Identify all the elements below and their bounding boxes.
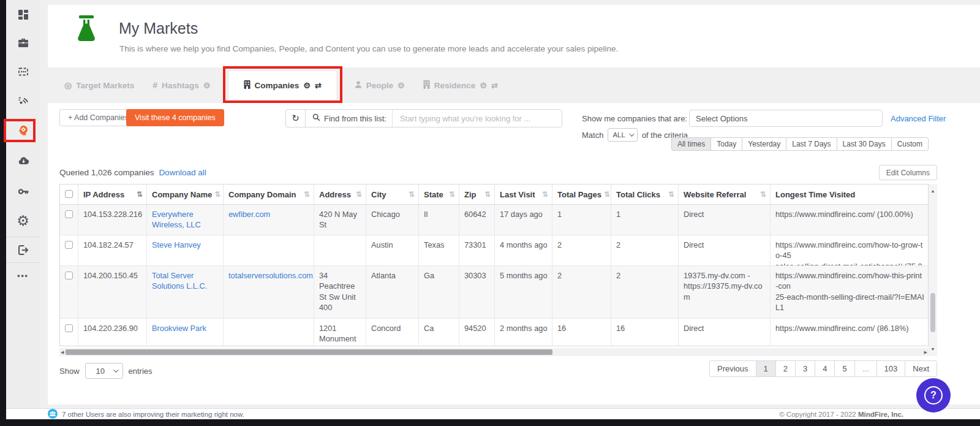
- time-filter-last-30-days[interactable]: Last 30 Days: [837, 137, 892, 151]
- time-filter-today[interactable]: Today: [710, 137, 742, 151]
- column-header-domain[interactable]: Company Domain⇅: [224, 184, 314, 204]
- pagination-page-5[interactable]: 5: [834, 360, 854, 377]
- sort-icon[interactable]: ⇅: [449, 190, 455, 199]
- row-checkbox[interactable]: [65, 241, 73, 249]
- sort-icon[interactable]: ⇅: [356, 190, 362, 199]
- gear-icon[interactable]: ⚙: [203, 82, 211, 89]
- cell-longest-value: https://www.mindfireinc.com/ (100.00%): [775, 210, 913, 219]
- sort-icon[interactable]: ⇅: [668, 190, 674, 199]
- cell-company_name-value[interactable]: Brookview Park: [152, 324, 206, 333]
- cell-total_clicks-value: 2: [616, 271, 620, 280]
- column-header-referral[interactable]: Website Referral⇅: [679, 184, 771, 204]
- cell-company_name-value[interactable]: Everywhere Wireless, LLC: [152, 210, 201, 229]
- cell-city: Chicago: [366, 205, 419, 235]
- download-all-link[interactable]: Download all: [159, 168, 206, 177]
- row-checkbox[interactable]: [65, 272, 73, 280]
- gear-icon[interactable]: ⚙: [398, 82, 405, 89]
- match-select[interactable]: ALL: [608, 128, 637, 142]
- refresh-button[interactable]: ↻: [286, 110, 306, 127]
- gear-icon[interactable]: ⚙: [480, 82, 487, 89]
- criteria-select[interactable]: Select Options: [689, 110, 883, 127]
- column-header-total_clicks[interactable]: Total Clicks⇅: [611, 184, 679, 204]
- cell-domain-value[interactable]: ewfiber.com: [228, 210, 270, 219]
- cell-ip: 104.200.150.45: [78, 266, 147, 318]
- vertical-scroll-thumb[interactable]: [930, 293, 935, 332]
- cell-ip: 104.182.24.57: [78, 235, 147, 265]
- column-header-checkbox: [60, 184, 78, 204]
- briefcase-icon[interactable]: [6, 36, 40, 50]
- cloud-download-icon[interactable]: [6, 153, 40, 168]
- table-body: 104.153.228.216Everywhere Wireless, LLCe…: [60, 205, 928, 346]
- scroll-down-icon[interactable]: ▼: [929, 347, 937, 351]
- sort-icon[interactable]: ⇅: [604, 190, 610, 199]
- column-header-zip[interactable]: Zip⇅: [459, 184, 495, 204]
- sign-out-icon[interactable]: [6, 243, 40, 257]
- entries-per-page-select[interactable]: 10: [85, 363, 123, 379]
- row-checkbox[interactable]: [65, 324, 73, 332]
- dashboard-icon[interactable]: [6, 7, 40, 22]
- pagination-page-1[interactable]: 1: [756, 360, 776, 377]
- sort-icon[interactable]: ⇅: [137, 190, 143, 199]
- repeat-icon[interactable]: ⇄: [315, 82, 322, 89]
- sort-icon[interactable]: ⇅: [760, 190, 766, 199]
- question-mark-icon: ?: [924, 386, 943, 405]
- pagination-next[interactable]: Next: [905, 360, 937, 377]
- cell-zip: 60642: [459, 205, 495, 235]
- tab-residence[interactable]: Residence ⚙ ⇄: [423, 67, 498, 103]
- repeat-icon[interactable]: ⇄: [491, 82, 498, 89]
- tab-target-markets[interactable]: ◎ Target Markets: [64, 67, 134, 103]
- more-icon[interactable]: •••: [6, 268, 40, 283]
- cell-state-value: Il: [424, 210, 428, 219]
- gear-icon[interactable]: ⚙: [303, 82, 311, 89]
- pagination-page-4[interactable]: 4: [815, 360, 835, 377]
- cell-company_name-value[interactable]: Total Server Solutions L.L.C.: [152, 271, 207, 291]
- pagination-page-2[interactable]: 2: [775, 360, 796, 377]
- visit-companies-button[interactable]: Visit these 4 companies: [126, 109, 224, 126]
- cell-domain-value[interactable]: totalserversolutions.com: [228, 271, 313, 280]
- time-filter-yesterday[interactable]: Yesterday: [742, 137, 786, 151]
- column-header-ip[interactable]: IP Address⇅: [78, 184, 147, 204]
- image-icon[interactable]: [6, 64, 40, 79]
- column-header-city[interactable]: City⇅: [366, 184, 419, 204]
- scroll-left-icon[interactable]: ◀: [61, 350, 64, 355]
- pagination-ellipsis[interactable]: ...: [854, 360, 877, 377]
- pagination-page-103[interactable]: 103: [876, 360, 906, 377]
- column-header-address[interactable]: Address⇅: [314, 184, 366, 204]
- sort-icon[interactable]: ⇅: [542, 190, 548, 199]
- tab-hashtags[interactable]: # Hashtags ⚙: [153, 67, 210, 103]
- pagination-page-3[interactable]: 3: [795, 360, 815, 377]
- list-search-input[interactable]: [392, 110, 562, 127]
- cell-company_name-value[interactable]: Steve Hanvey: [152, 240, 201, 249]
- column-header-state[interactable]: State⇅: [419, 184, 459, 204]
- column-header-last_visit[interactable]: Last Visit⇅: [495, 184, 552, 204]
- key-icon[interactable]: [6, 184, 40, 199]
- settings-gear-icon[interactable]: ⚙: [6, 213, 40, 228]
- sort-icon[interactable]: ⇅: [214, 190, 221, 199]
- cell-total_clicks: 1: [611, 205, 679, 235]
- sort-icon[interactable]: ⇅: [304, 190, 310, 199]
- horizontal-scrollbar[interactable]: ◀ ▶: [59, 348, 929, 356]
- cell-referral: Direct: [679, 235, 771, 265]
- time-filter-last-7-days[interactable]: Last 7 Days: [786, 137, 837, 151]
- column-header-total_pages[interactable]: Total Pages⇅: [552, 184, 611, 204]
- pagination-previous[interactable]: Previous: [709, 360, 756, 377]
- time-filter-all-times[interactable]: All times: [671, 137, 711, 151]
- vertical-scrollbar[interactable]: ▲ ▼: [929, 184, 937, 356]
- cell-ip: 104.220.236.90: [78, 319, 147, 346]
- edit-columns-button[interactable]: Edit Columns: [879, 165, 937, 180]
- broadcast-icon[interactable]: [6, 93, 40, 108]
- tab-companies[interactable]: Companies ⚙ ⇄: [229, 71, 336, 99]
- tab-people[interactable]: People ⚙: [355, 67, 405, 103]
- horizontal-scroll-thumb[interactable]: [66, 349, 552, 355]
- time-filter-custom[interactable]: Custom: [891, 137, 929, 151]
- scroll-right-icon[interactable]: ▶: [924, 350, 927, 355]
- sort-icon[interactable]: ⇅: [484, 190, 491, 199]
- advanced-filter-link[interactable]: Advanced Filter: [891, 114, 946, 123]
- select-all-checkbox[interactable]: [65, 190, 73, 198]
- help-button[interactable]: ?: [916, 378, 951, 413]
- add-companies-button[interactable]: + Add Companies: [59, 109, 137, 126]
- scroll-up-icon[interactable]: ▲: [929, 189, 937, 193]
- row-checkbox[interactable]: [65, 210, 73, 218]
- sort-icon[interactable]: ⇅: [409, 190, 415, 199]
- column-header-company_name[interactable]: Company Name⇅: [147, 184, 224, 204]
